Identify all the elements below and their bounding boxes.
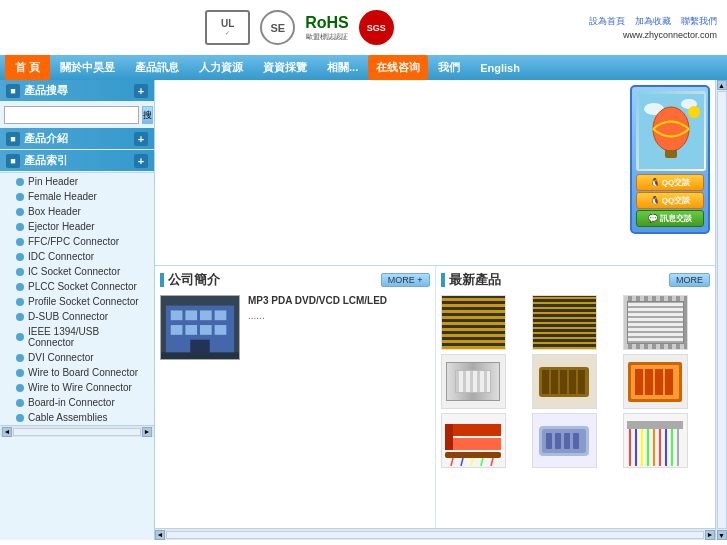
company-desc-text: MP3 PDA DVD/VCD LCM/LED xyxy=(248,295,387,306)
product-svg-9 xyxy=(625,416,685,466)
nav-related[interactable]: 相關... xyxy=(317,55,368,80)
sidebar-item-pin-header[interactable]: Pin Header xyxy=(0,174,154,189)
svg-rect-17 xyxy=(200,325,212,335)
qq-icon-2: 🐧 xyxy=(650,196,660,205)
svg-rect-44 xyxy=(546,433,552,449)
product-item-2[interactable] xyxy=(532,295,597,350)
set-homepage-link[interactable]: 設為首頁 xyxy=(589,15,625,28)
sidebar-item-dvi[interactable]: DVI Connector xyxy=(0,350,154,365)
sidebar-item-ieee-usb[interactable]: IEEE 1394/USB Connector xyxy=(0,324,154,350)
products-section: 最新產品 MORE xyxy=(436,266,716,528)
svg-rect-31 xyxy=(655,369,663,395)
message-btn[interactable]: 💬 訊息交談 xyxy=(636,210,704,227)
content-scroll-left[interactable]: ◄ xyxy=(155,530,165,540)
product-item-9[interactable] xyxy=(623,413,688,468)
content-scroll-track[interactable] xyxy=(166,531,704,539)
svg-rect-11 xyxy=(171,310,183,320)
sidebar-item-board-in[interactable]: Board-in Connector xyxy=(0,395,154,410)
sidebar-item-wire-board[interactable]: Wire to Board Connector xyxy=(0,365,154,380)
product-svg-5 xyxy=(534,357,594,407)
cat-label: Female Header xyxy=(28,191,97,202)
company-content: MP3 PDA DVD/VCD LCM/LED ...... xyxy=(160,295,430,360)
balloon-svg xyxy=(639,94,704,169)
product-item-7[interactable] xyxy=(441,413,506,468)
product-intro-add-btn[interactable]: + xyxy=(134,132,148,146)
products-more-btn[interactable]: MORE xyxy=(669,273,710,287)
sidebar-item-profile-socket[interactable]: Profile Socket Connector xyxy=(0,294,154,309)
qq-btn-1[interactable]: 🐧 QQ交談 xyxy=(636,174,704,191)
sidebar-scroll-right[interactable]: ► xyxy=(142,427,152,437)
cat-label: Cable Assemblies xyxy=(28,412,107,423)
product-index-label: 產品索引 xyxy=(24,153,68,168)
svg-rect-35 xyxy=(445,424,453,450)
cat-label: Wire to Board Connector xyxy=(28,367,138,378)
qq-btn-2[interactable]: 🐧 QQ交談 xyxy=(636,192,704,209)
cat-label: DVI Connector xyxy=(28,352,94,363)
product-search-icon: ■ xyxy=(6,84,20,98)
nav-products[interactable]: 產品訊息 xyxy=(125,55,189,80)
svg-rect-22 xyxy=(542,370,549,394)
sidebar-scroll-track[interactable] xyxy=(13,428,141,436)
sidebar-item-idc[interactable]: IDC Connector xyxy=(0,249,154,264)
sidebar-item-dsub[interactable]: D-SUB Connector xyxy=(0,309,154,324)
cat-dot-icon xyxy=(16,369,24,377)
nav-us[interactable]: 我們 xyxy=(428,55,470,80)
cat-dot-icon xyxy=(16,313,24,321)
svg-rect-48 xyxy=(627,421,683,429)
nav-english[interactable]: English xyxy=(470,55,530,80)
product-item-3[interactable] xyxy=(623,295,688,350)
product-item-8[interactable] xyxy=(532,413,597,468)
search-submit-btn[interactable]: 搜 xyxy=(142,106,153,124)
content-scroll-right[interactable]: ► xyxy=(705,530,715,540)
product-item-5[interactable] xyxy=(532,354,597,409)
search-input[interactable] xyxy=(4,106,139,124)
product-item-6[interactable] xyxy=(623,354,688,409)
svg-line-37 xyxy=(451,458,453,466)
sidebar-item-ic-socket[interactable]: IC Socket Connector xyxy=(0,264,154,279)
svg-rect-26 xyxy=(578,370,585,394)
add-bookmark-link[interactable]: 加為收藏 xyxy=(635,15,671,28)
nav-about[interactable]: 關於中昊昱 xyxy=(50,55,125,80)
content-scroll-down[interactable]: ▼ xyxy=(717,530,727,540)
sidebar-scroll-left[interactable]: ◄ xyxy=(2,427,12,437)
contact-us-link[interactable]: 聯繫我們 xyxy=(681,15,717,28)
nav-resources[interactable]: 資資採覽 xyxy=(253,55,317,80)
content-vscroll-track[interactable] xyxy=(717,91,727,529)
product-svg-8 xyxy=(534,416,594,466)
rohs-logo: RoHS 歐盟標誌認証 xyxy=(305,14,349,42)
nav-online-chat[interactable]: 在线咨询 xyxy=(368,55,428,80)
cat-dot-icon xyxy=(16,298,24,306)
svg-rect-29 xyxy=(635,369,643,395)
qq-icon-1: 🐧 xyxy=(650,178,660,187)
content-scroll-up[interactable]: ▲ xyxy=(717,80,727,90)
sidebar-product-search: ■ 產品搜尋 + xyxy=(0,80,154,101)
cat-dot-icon xyxy=(16,414,24,422)
sidebar-item-wire-wire[interactable]: Wire to Wire Connector xyxy=(0,380,154,395)
company-section-title: 公司簡介 xyxy=(160,271,220,289)
svg-rect-30 xyxy=(645,369,653,395)
section-title-bar2 xyxy=(441,273,445,287)
sidebar-item-female-header[interactable]: Female Header xyxy=(0,189,154,204)
nav-home[interactable]: 首 頁 xyxy=(5,55,50,80)
sidebar-item-cable[interactable]: Cable Assemblies xyxy=(0,410,154,425)
sidebar-item-ejector-header[interactable]: Ejector Header xyxy=(0,219,154,234)
sidebar-item-plcc[interactable]: PLCC Socket Connector xyxy=(0,279,154,294)
product-item-4[interactable] xyxy=(441,354,506,409)
cat-dot-icon xyxy=(16,399,24,407)
product-item-1[interactable] xyxy=(441,295,506,350)
cat-label: IDC Connector xyxy=(28,251,94,262)
cat-dot-icon xyxy=(16,253,24,261)
sidebar-item-box-header[interactable]: Box Header xyxy=(0,204,154,219)
cat-dot-icon xyxy=(16,223,24,231)
svg-point-8 xyxy=(688,106,700,118)
svg-rect-24 xyxy=(560,370,567,394)
building-svg xyxy=(161,295,239,360)
product-search-add-btn[interactable]: + xyxy=(134,84,148,98)
company-description: MP3 PDA DVD/VCD LCM/LED ...... xyxy=(248,295,387,321)
product-index-add-btn[interactable]: + xyxy=(134,154,148,168)
product-search-label: 產品搜尋 xyxy=(24,83,68,98)
sidebar-item-ffc-fpc[interactable]: FFC/FPC Connector xyxy=(0,234,154,249)
nav-hr[interactable]: 人力資源 xyxy=(189,55,253,80)
svg-rect-32 xyxy=(665,369,673,395)
company-more-btn[interactable]: MORE + xyxy=(381,273,430,287)
